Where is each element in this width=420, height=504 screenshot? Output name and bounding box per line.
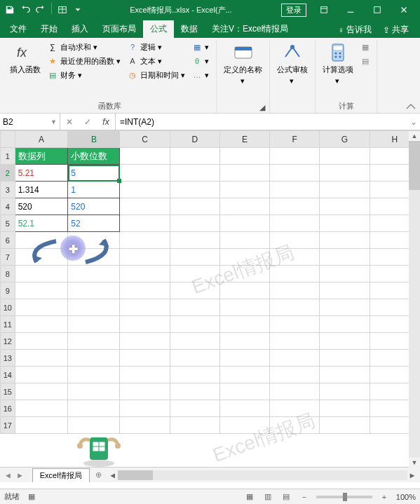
cell[interactable] — [170, 333, 219, 350]
formula-input[interactable] — [120, 117, 403, 127]
cell[interactable] — [270, 282, 320, 299]
row-header[interactable]: 1 — [1, 148, 15, 165]
scroll-up-icon[interactable]: ▲ — [409, 131, 420, 141]
recent-functions-button[interactable]: ★最近使用的函数▾ — [46, 55, 123, 67]
cell[interactable]: 小数位数 — [68, 148, 120, 165]
cell[interactable] — [219, 215, 269, 232]
cell[interactable] — [320, 350, 370, 367]
cell[interactable] — [170, 148, 219, 165]
cell[interactable] — [15, 249, 68, 266]
cell[interactable] — [219, 383, 269, 400]
cell[interactable] — [320, 182, 370, 198]
cell[interactable] — [270, 333, 320, 350]
enter-formula-icon[interactable]: ✓ — [79, 114, 97, 130]
vertical-scrollbar[interactable]: ▲ ▼ — [409, 131, 420, 468]
cell[interactable] — [120, 165, 170, 182]
tab-layout[interactable]: 页面布局 — [95, 20, 143, 38]
cell[interactable] — [170, 367, 219, 383]
cell[interactable] — [270, 350, 320, 367]
sheet-nav-next-icon[interactable]: ► — [16, 471, 24, 479]
cell[interactable] — [170, 249, 219, 266]
col-header[interactable]: B — [68, 131, 120, 148]
cell[interactable] — [15, 333, 68, 350]
save-icon[interactable] — [3, 3, 17, 17]
cell[interactable] — [270, 316, 320, 333]
cell[interactable] — [15, 417, 68, 434]
cell[interactable]: 1.314 — [15, 182, 68, 198]
cell[interactable]: 52.1 — [15, 215, 68, 232]
cell[interactable]: 数据列 — [15, 148, 68, 165]
cell[interactable] — [170, 350, 219, 367]
qat-table-icon[interactable] — [55, 3, 69, 17]
cell[interactable] — [219, 350, 269, 367]
tab-follow[interactable]: 关注V：Excel情报局 — [205, 20, 295, 38]
cell[interactable] — [270, 232, 320, 249]
cell[interactable] — [170, 182, 219, 198]
cell[interactable] — [170, 282, 219, 299]
row-header[interactable]: 3 — [1, 182, 15, 198]
share-button[interactable]: ⇪共享 — [379, 22, 413, 38]
cell[interactable] — [15, 232, 68, 249]
autosum-button[interactable]: ∑自动求和▾ — [46, 41, 123, 53]
cell[interactable] — [270, 367, 320, 383]
cell[interactable] — [120, 333, 170, 350]
maximize-icon[interactable] — [364, 0, 391, 20]
scroll-right-icon[interactable]: ► — [407, 471, 417, 479]
cell[interactable] — [320, 400, 370, 417]
calc-options-button[interactable]: 计算选项 ▾ — [320, 41, 356, 87]
zoom-slider[interactable] — [316, 496, 372, 498]
calc-sheet-button[interactable]: ▤ — [358, 55, 372, 67]
cell[interactable] — [120, 148, 170, 165]
cell[interactable] — [120, 383, 170, 400]
row-header[interactable]: 7 — [1, 249, 15, 266]
cell[interactable] — [120, 367, 170, 383]
text-button[interactable]: A文本▾ — [126, 55, 188, 67]
col-header[interactable]: F — [270, 131, 320, 148]
row-header[interactable]: 11 — [1, 316, 15, 333]
cell[interactable] — [219, 148, 269, 165]
zoom-out-icon[interactable]: − — [298, 491, 311, 503]
fx-icon[interactable]: fx — [97, 114, 115, 130]
cell[interactable] — [320, 148, 370, 165]
cell[interactable] — [15, 383, 68, 400]
cell[interactable] — [219, 316, 269, 333]
cell[interactable] — [68, 299, 120, 316]
login-button[interactable]: 登录 — [281, 4, 306, 17]
row-header[interactable]: 17 — [1, 417, 15, 434]
insert-function-button[interactable]: fx 插入函数 — [7, 41, 43, 76]
cell[interactable] — [170, 400, 219, 417]
cell[interactable] — [219, 182, 269, 198]
cell[interactable] — [15, 299, 68, 316]
cell[interactable]: 1 — [68, 182, 120, 198]
cell[interactable] — [120, 182, 170, 198]
cell[interactable] — [68, 367, 120, 383]
spreadsheet-grid[interactable]: ABCDEFGH1数据列小数位数25.21531.31414520520552.… — [0, 130, 420, 467]
cell[interactable] — [219, 417, 269, 434]
cell[interactable] — [219, 333, 269, 350]
ribbon-collapse-icon[interactable] — [405, 102, 417, 111]
name-box[interactable]: ▼ — [0, 114, 60, 130]
page-break-view-icon[interactable]: ▤ — [280, 491, 292, 503]
chevron-down-icon[interactable]: ▼ — [50, 118, 57, 125]
dialog-launcher-icon[interactable]: ◢ — [258, 103, 266, 111]
tab-data[interactable]: 数据 — [174, 20, 205, 38]
cancel-formula-icon[interactable]: ✕ — [60, 114, 79, 130]
cell[interactable] — [219, 165, 269, 182]
expand-formula-bar-icon[interactable]: ⌄ — [407, 114, 420, 130]
row-header[interactable]: 14 — [1, 367, 15, 383]
cell[interactable] — [270, 383, 320, 400]
cell[interactable] — [120, 400, 170, 417]
cell[interactable] — [320, 299, 370, 316]
cell[interactable] — [320, 316, 370, 333]
cell[interactable] — [170, 198, 219, 215]
zoom-level[interactable]: 100% — [396, 493, 416, 501]
row-header[interactable]: 2 — [1, 165, 15, 182]
cell[interactable] — [219, 367, 269, 383]
calc-now-button[interactable]: ▦ — [358, 41, 372, 53]
select-all-cell[interactable] — [1, 131, 15, 148]
scroll-left-icon[interactable]: ◄ — [108, 471, 118, 479]
cell[interactable] — [320, 266, 370, 282]
cell[interactable] — [68, 316, 120, 333]
cell[interactable] — [320, 383, 370, 400]
datetime-button[interactable]: ◷日期和时间▾ — [126, 69, 188, 81]
